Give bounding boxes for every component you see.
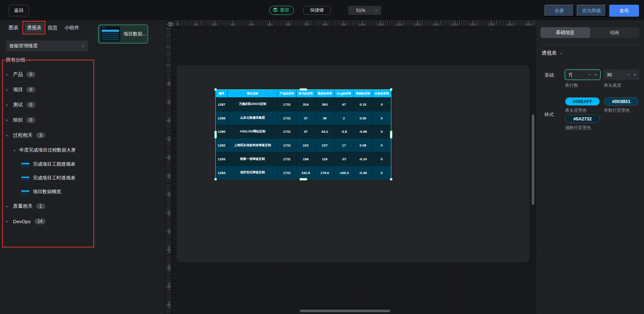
pivot-table-cell: 上海招东信息科技禅道定制	[227, 139, 277, 152]
table-thumbnail-icon	[101, 26, 120, 42]
library-item-row[interactable]: 完成项目工期透视表	[4, 157, 91, 171]
pivot-table-component[interactable]: 编号项目名称产品的求和迭代的求和需求的求和Bug的求和用例的求和任务的求和 12…	[215, 89, 391, 179]
resize-handle-top-right[interactable]	[390, 88, 392, 91]
library-group-label: 质量相关	[13, 203, 33, 209]
library-group-row[interactable]: ∨质量相关1	[4, 199, 91, 214]
pivot-table-cell: 220	[296, 139, 315, 152]
text-caret	[571, 72, 572, 77]
library-group-row[interactable]: ∨产品0	[4, 67, 91, 82]
pivot-table-cell: 0	[372, 152, 391, 166]
library-item-label: 完成项目工时透视表	[33, 175, 75, 181]
h-ruler-label: 100	[193, 23, 198, 26]
component-section-header[interactable]: 透视表 ∨	[542, 50, 562, 56]
library-group-row[interactable]: ∨组织0	[4, 113, 91, 128]
resize-handle-top-left[interactable]	[214, 88, 217, 91]
resize-handle-left[interactable]	[214, 131, 217, 139]
pivot-table-cell: -166.3	[334, 166, 353, 179]
back-button[interactable]: 返回	[9, 5, 29, 16]
chevron-down-icon: ∨	[560, 52, 562, 55]
tab-pivot-table[interactable]: 透视表	[25, 23, 44, 33]
pivot-table-header-cell: 编号	[216, 90, 227, 97]
header-bg-color-field[interactable]: #00BAFF	[565, 97, 600, 106]
thumbnail-card-selected[interactable]: 项目数据...	[98, 25, 148, 43]
layers-button[interactable]: 图层	[269, 6, 294, 15]
h-ruler-label: 900	[341, 23, 346, 26]
library-group-label: 产品	[13, 71, 23, 78]
pivot-table-row: 1292上海招东信息科技禅道定制1731220237170.080	[216, 138, 391, 152]
pivot-table-cell: 0.08	[353, 139, 372, 152]
tab-animation[interactable]: 动画	[590, 27, 640, 38]
minus-icon[interactable]: −	[588, 72, 591, 77]
plus-icon[interactable]: +	[633, 72, 636, 77]
divider	[540, 45, 639, 45]
basic-section-label: 基础	[544, 72, 554, 78]
pivot-table-cell: 1290	[216, 125, 227, 139]
library-item-row[interactable]: 完成项目工时透视表	[4, 171, 91, 185]
library-group-label: 项目	[13, 86, 23, 93]
group-filter-label: 所有分组	[6, 57, 25, 63]
pivot-table-header-cell: Bug的求和	[334, 90, 353, 97]
odd-row-bg-color-field[interactable]: #003B51	[604, 97, 639, 106]
eye-icon[interactable]	[167, 21, 174, 28]
library-subgroup-row[interactable]: ∧年度完成项目过程数据大屏	[4, 143, 91, 157]
pivot-table-header-row: 编号项目名称产品的求和迭代的求和需求的求和Bug的求和用例的求和任务的求和	[216, 90, 391, 97]
publish-button[interactable]: 发布	[609, 5, 639, 17]
row-count-stepper[interactable]: 7 −+	[565, 69, 601, 80]
h-ruler-label: 700	[304, 23, 309, 26]
tab-info[interactable]: 信息	[46, 23, 60, 33]
vertical-scrollbar[interactable]	[532, 114, 534, 205]
dimension-select[interactable]: 效能管理维度 ∨	[6, 41, 88, 51]
header-height-stepper[interactable]: 35 −+	[603, 69, 639, 80]
v-ruler-label: 900	[167, 226, 171, 236]
pivot-table-cell: 0	[372, 98, 391, 111]
group-filter[interactable]: 所有分组 ∨	[6, 57, 31, 63]
resize-handle-right[interactable]	[390, 131, 392, 139]
library-group-row[interactable]: ∨DevOps14	[4, 214, 91, 229]
pivot-table-header-cell: 需求的求和	[315, 90, 334, 97]
app-window: 返回 图层 快捷键 51% ∨ 全屏 存为草稿 发布 图表 透视表 信息 小组件…	[0, 0, 644, 314]
horizontal-scrollbar[interactable]	[300, 310, 390, 312]
pivot-table-cell: 1288	[216, 111, 227, 125]
h-ruler-label: 1200	[395, 23, 403, 26]
h-ruler-label: 200	[211, 23, 217, 26]
pivot-table-cell: 朗新一诺禅道定制	[227, 152, 277, 166]
v-ruler-label: 200	[167, 97, 171, 107]
pivot-table-cell: 山东公路建设集团	[227, 111, 277, 125]
design-canvas[interactable]: 0100200300400500600700800900100011001200…	[166, 21, 537, 314]
pivot-table-header-cell: 项目名称	[227, 90, 277, 97]
tab-widgets[interactable]: 小组件	[62, 23, 81, 33]
library-group-row[interactable]: ∨项目0	[4, 82, 91, 97]
zoom-select[interactable]: 51% ∨	[348, 6, 381, 15]
fullscreen-button[interactable]: 全屏	[544, 5, 574, 17]
minus-icon[interactable]: −	[627, 72, 630, 77]
library-group-row[interactable]: ∨测试0	[4, 97, 91, 113]
tab-basic-info[interactable]: 基础信息	[540, 27, 590, 38]
even-row-bg-color-field[interactable]: #0A2732	[565, 115, 600, 123]
pivot-table-header-cell: 任务的求和	[372, 90, 391, 97]
v-ruler-label: 700	[167, 190, 171, 199]
pivot-table-cell: 0	[372, 139, 391, 152]
library-group-list: ∨产品0∨项目0∨测试0∨组织0∧过程相关3∧年度完成项目过程数据大屏完成项目工…	[4, 67, 91, 229]
chevron-down-icon: ∨	[4, 103, 9, 107]
tab-charts[interactable]: 图表	[7, 23, 21, 33]
pivot-table-cell: 1294	[216, 166, 227, 179]
top-toolbar: 返回 图层 快捷键 51% ∨ 全屏 存为草稿 发布	[0, 0, 644, 21]
library-item-row[interactable]: 项目数据概览	[4, 185, 91, 199]
plus-icon[interactable]: +	[594, 72, 597, 77]
table-icon	[21, 161, 30, 167]
pivot-table-row: 1290ASULOG网站定制17314743.2-3.8-0.080	[216, 125, 391, 139]
resize-handle-bottom-left[interactable]	[214, 178, 217, 181]
v-ruler-label: 300	[167, 116, 171, 125]
resize-handle-bottom[interactable]	[299, 178, 307, 181]
resize-handle-bottom-right[interactable]	[390, 178, 392, 181]
component-thumbnail-column: 项目数据...	[95, 21, 166, 314]
shortcuts-button[interactable]: 快捷键	[303, 6, 331, 15]
save-draft-button[interactable]: 存为草稿	[577, 5, 606, 17]
pivot-table-row: 1294信安世纪禅道定制1731342.8176.5-166.3-0.490	[216, 166, 391, 179]
library-group-row[interactable]: ∧过程相关3	[4, 128, 91, 143]
layers-icon	[273, 7, 278, 13]
library-subgroup-label: 年度完成项目过程数据大屏	[19, 147, 76, 153]
resize-handle-top[interactable]	[299, 88, 307, 91]
library-group-count-badge: 0	[26, 87, 35, 93]
pivot-table-cell: -0.24	[353, 152, 372, 166]
